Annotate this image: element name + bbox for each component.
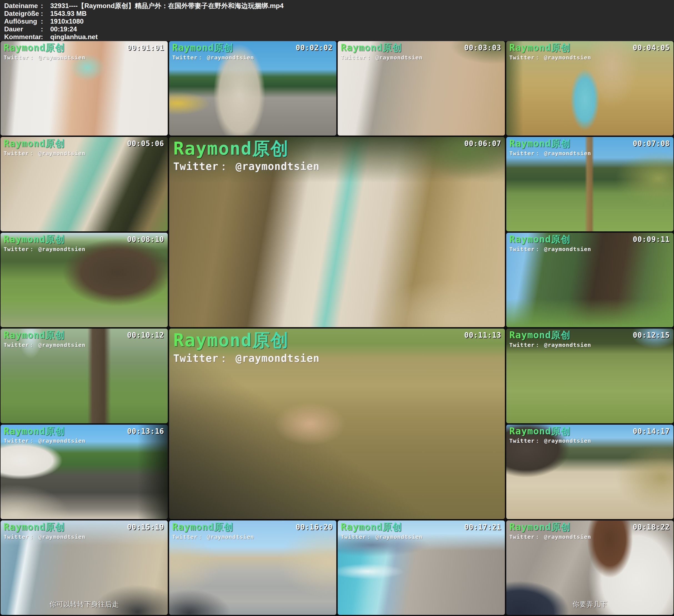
watermark-title: Raymond原创 — [4, 138, 86, 148]
twitter-handle: @raymondtsien — [544, 246, 591, 252]
watermark: Raymond原创Twitter： @raymondtsien — [172, 43, 254, 62]
watermark-title: Raymond原创 — [4, 330, 86, 340]
twitter-label: Twitter： — [4, 341, 35, 348]
watermark-title: Raymond原创 — [341, 522, 423, 532]
watermark-twitter: Twitter： @raymondtsien — [509, 533, 591, 541]
watermark: Raymond原创Twitter： @raymondtsien — [509, 522, 591, 541]
timestamp-overlay: 00:10:12 — [127, 331, 164, 339]
watermark-title: Raymond原创 — [4, 234, 86, 244]
twitter-label: Twitter： — [509, 437, 540, 444]
video-thumbnail-00-02-02: Raymond原创Twitter： @raymondtsien00:02:02 — [169, 41, 336, 135]
watermark-twitter: Twitter： @raymondtsien — [4, 437, 86, 445]
file-info-value: 00:19:24 — [50, 25, 77, 33]
twitter-label: Twitter： — [509, 150, 540, 157]
watermark: Raymond原创Twitter： @raymondtsien — [341, 43, 423, 62]
video-thumbnail-00-09-11: Raymond原创Twitter： @raymondtsien00:09:11 — [506, 233, 673, 327]
watermark-twitter: Twitter： @raymondtsien — [173, 160, 320, 174]
video-thumbnail-00-15-19: Raymond原创Twitter： @raymondtsien00:15:19你… — [1, 520, 168, 615]
watermark: Raymond原创Twitter： @raymondtsien — [509, 234, 591, 253]
watermark-title: Raymond原创 — [173, 139, 320, 158]
watermark: Raymond原创Twitter： @raymondtsien — [4, 43, 86, 62]
file-info-row: Auflösung:1910x1080 — [4, 17, 674, 25]
timestamp-overlay: 00:12:15 — [633, 331, 670, 339]
watermark-twitter: Twitter： @raymondtsien — [4, 341, 86, 349]
twitter-label: Twitter： — [4, 150, 35, 157]
twitter-handle: @raymondtsien — [38, 341, 86, 348]
twitter-handle: @raymondtsien — [375, 54, 423, 61]
timestamp-overlay: 00:05:06 — [127, 139, 164, 148]
twitter-handle: @raymondtsien — [235, 161, 320, 173]
video-thumbnail-00-13-16: Raymond原创Twitter： @raymondtsien00:13:16 — [1, 425, 168, 519]
watermark: Raymond原创Twitter： @raymondtsien — [4, 426, 86, 445]
file-info-label: Auflösung — [4, 17, 41, 25]
timestamp-overlay: 00:18:22 — [633, 523, 670, 531]
thumbnail-grid: Raymond原创Twitter： @raymondtsien00:01:01R… — [1, 41, 673, 615]
video-thumbnail-00-11-13: Raymond原创Twitter： @raymondtsien00:11:13 — [169, 328, 505, 519]
twitter-label: Twitter： — [509, 246, 540, 252]
twitter-handle: @raymondtsien — [375, 533, 423, 540]
watermark: Raymond原创Twitter： @raymondtsien — [4, 138, 86, 157]
watermark: Raymond原创Twitter： @raymondtsien — [173, 331, 320, 365]
watermark-twitter: Twitter： @raymondtsien — [4, 150, 86, 157]
twitter-label: Twitter： — [172, 533, 203, 540]
file-info-separator: : — [41, 33, 50, 41]
file-info-separator: : — [41, 2, 50, 10]
timestamp-overlay: 00:02:02 — [296, 43, 333, 52]
watermark: Raymond原创Twitter： @raymondtsien — [173, 139, 320, 174]
file-info-label: Dateigröße — [4, 10, 41, 17]
file-info-value: 32931----【Raymond原创】精品户外：在国外带妻子在野外和海边玩捆绑… — [50, 2, 284, 10]
timestamp-overlay: 00:08:10 — [127, 235, 164, 243]
timestamp-overlay: 00:15:19 — [127, 523, 164, 531]
file-info-value: 1543.93 MB — [50, 10, 87, 17]
file-info-value: qinglanhua.net — [50, 33, 98, 41]
twitter-handle: @raymondtsien — [207, 533, 254, 540]
watermark-title: Raymond原创 — [509, 138, 591, 148]
file-info-label: Dauer — [4, 25, 41, 33]
watermark: Raymond原创Twitter： @raymondtsien — [509, 330, 591, 349]
video-thumbnail-00-06-07: Raymond原创Twitter： @raymondtsien00:06:07 — [169, 137, 505, 327]
timestamp-overlay: 00:04:05 — [633, 43, 670, 52]
twitter-handle: @raymondtsien — [38, 533, 86, 540]
subtitle-caption: 你要弄几下 — [506, 600, 673, 609]
watermark-title: Raymond原创 — [509, 43, 591, 53]
twitter-handle: @raymondtsien — [235, 352, 320, 365]
video-thumbnail-00-16-20: Raymond原创Twitter： @raymondtsien00:16:20 — [169, 520, 336, 615]
watermark: Raymond原创Twitter： @raymondtsien — [4, 330, 86, 349]
timestamp-overlay: 00:14:17 — [633, 427, 670, 435]
twitter-handle: @raymondtsien — [207, 54, 254, 61]
watermark: Raymond原创Twitter： @raymondtsien — [4, 522, 86, 541]
twitter-label: Twitter： — [341, 54, 372, 61]
watermark-twitter: Twitter： @raymondtsien — [172, 533, 254, 541]
twitter-label: Twitter： — [4, 246, 35, 252]
file-info-separator: : — [41, 10, 50, 17]
video-thumbnail-00-07-08: Raymond原创Twitter： @raymondtsien00:07:08 — [506, 137, 673, 231]
watermark: Raymond原创Twitter： @raymondtsien — [172, 522, 254, 541]
twitter-handle: @raymondtsien — [38, 150, 86, 157]
watermark-twitter: Twitter： @raymondtsien — [173, 351, 320, 366]
watermark-title: Raymond原创 — [172, 522, 254, 532]
file-info-row: Dauer:00:19:24 — [4, 25, 674, 33]
timestamp-overlay: 00:01:01 — [127, 43, 164, 52]
video-thumbnail-00-17-21: Raymond原创Twitter： @raymondtsien00:17:21 — [338, 520, 505, 615]
watermark-title: Raymond原创 — [172, 43, 254, 53]
video-thumbnail-00-10-12: Raymond原创Twitter： @raymondtsien00:10:12 — [1, 328, 168, 423]
twitter-handle: @raymondtsien — [544, 150, 591, 157]
watermark-title: Raymond原创 — [4, 522, 86, 532]
video-thumbnail-00-18-22: Raymond原创Twitter： @raymondtsien00:18:22你… — [506, 520, 673, 615]
watermark-twitter: Twitter： @raymondtsien — [4, 54, 86, 62]
timestamp-overlay: 00:06:07 — [464, 139, 501, 148]
file-info-separator: : — [41, 25, 50, 33]
twitter-handle: @raymondtsien — [544, 533, 591, 540]
twitter-handle: @raymondtsien — [544, 437, 591, 444]
video-thumbnail-00-05-06: Raymond原创Twitter： @raymondtsien00:05:06 — [1, 137, 168, 231]
timestamp-overlay: 00:03:03 — [464, 43, 501, 52]
watermark-twitter: Twitter： @raymondtsien — [341, 54, 423, 62]
watermark-twitter: Twitter： @raymondtsien — [4, 245, 86, 253]
file-info-label: Dateiname — [4, 2, 41, 10]
watermark: Raymond原创Twitter： @raymondtsien — [509, 426, 591, 445]
video-thumbnail-00-04-05: Raymond原创Twitter： @raymondtsien00:04:05 — [506, 41, 673, 135]
watermark: Raymond原创Twitter： @raymondtsien — [509, 138, 591, 157]
twitter-label: Twitter： — [173, 161, 229, 173]
timestamp-overlay: 00:11:13 — [464, 331, 501, 339]
twitter-label: Twitter： — [4, 54, 35, 61]
